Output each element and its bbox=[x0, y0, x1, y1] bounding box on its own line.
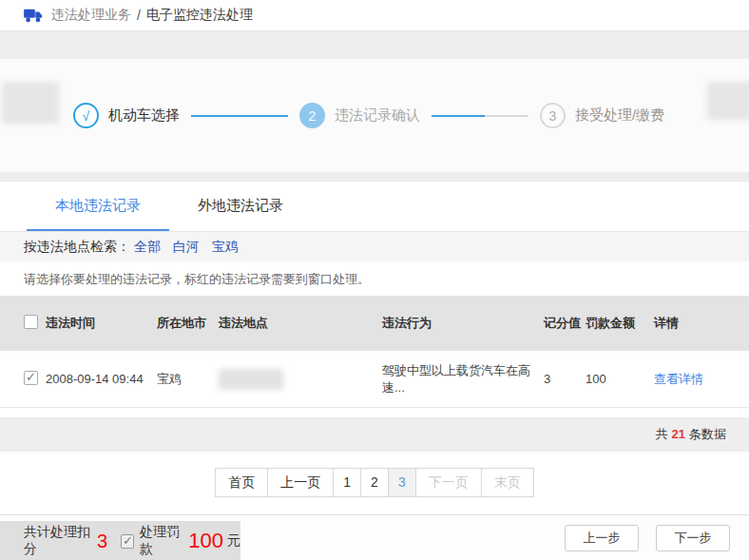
step-accept-payment: 3 接受处理/缴费 bbox=[540, 103, 676, 128]
header-detail: 详情 bbox=[654, 315, 749, 332]
pagination-page-1[interactable]: 1 bbox=[333, 468, 361, 497]
fine-unit: 元 bbox=[227, 532, 240, 550]
tab-nonlocal-records[interactable]: 外地违法记录 bbox=[169, 182, 312, 231]
header-points: 记分值 bbox=[544, 314, 586, 333]
spacer bbox=[0, 408, 749, 417]
view-detail-link[interactable]: 查看详情 bbox=[654, 372, 703, 386]
cell-fine: 100 bbox=[586, 372, 654, 386]
location-filter-row: 按违法地点检索： 全部 白河 宝鸡 bbox=[0, 232, 749, 261]
fine-label: 处理罚款 bbox=[140, 524, 188, 558]
fine-value: 100 bbox=[188, 531, 223, 551]
breadcrumb-bar: 违法处理业务 / 电子监控违法处理 bbox=[0, 0, 749, 31]
table-header-row: 违法时间 所在地市 违法地点 违法行为 记分值 罚款金额 详情 bbox=[0, 296, 749, 351]
score-value: 3 bbox=[97, 531, 107, 550]
content-panel: 本地违法记录 外地违法记录 按违法地点检索： 全部 白河 宝鸡 请选择你要处理的… bbox=[0, 181, 749, 514]
total-count-row: 共21条数据 bbox=[0, 417, 749, 452]
select-all-checkbox[interactable] bbox=[24, 315, 38, 329]
filter-link-baihe[interactable]: 白河 bbox=[173, 239, 200, 254]
header-violation-time: 违法时间 bbox=[46, 315, 157, 332]
total-count: 21 bbox=[672, 427, 685, 441]
process-summary-box: 共计处理扣分 3 处理罚款 100 元 bbox=[0, 521, 240, 560]
step-violation-confirm: 2 违法记录确认 bbox=[299, 103, 432, 128]
notice-text: 请选择你要处理的违法记录，标红的违法记录需要到窗口处理。 bbox=[0, 261, 749, 296]
cell-violation-time: 2008-09-14 09:44 bbox=[46, 372, 157, 386]
step-label: 接受处理/缴费 bbox=[575, 106, 664, 125]
row-checkbox[interactable] bbox=[24, 371, 38, 385]
wizard-actions: 上一步 下一步 bbox=[565, 525, 730, 551]
previous-step-button[interactable]: 上一步 bbox=[565, 525, 639, 551]
bottom-action-bar: 共计处理扣分 3 处理罚款 100 元 上一步 下一步 bbox=[0, 514, 749, 560]
step-connector bbox=[191, 115, 288, 117]
fine-checkbox[interactable] bbox=[121, 534, 134, 549]
filter-link-all[interactable]: 全部 bbox=[134, 239, 161, 254]
cell-city: 宝鸡 bbox=[157, 371, 219, 388]
pagination-page-2[interactable]: 2 bbox=[360, 468, 389, 497]
pagination: 首页 上一页 1 2 3 下一页 末页 bbox=[0, 452, 749, 497]
header-city: 所在地市 bbox=[157, 315, 219, 332]
step-check-icon: √ bbox=[73, 103, 99, 128]
header-fine: 罚款金额 bbox=[586, 315, 654, 332]
step-label: 机动车选择 bbox=[108, 106, 180, 125]
breadcrumb-section[interactable]: 违法处理业务 bbox=[51, 7, 131, 24]
tab-local-records[interactable]: 本地违法记录 bbox=[27, 182, 169, 231]
breadcrumb-page: 电子监控违法处理 bbox=[146, 7, 253, 24]
progress-stepper: √ 机动车选择 2 违法记录确认 3 接受处理/缴费 bbox=[0, 59, 749, 172]
step-connector bbox=[432, 115, 528, 117]
filter-label: 按违法地点检索： bbox=[24, 239, 130, 254]
header-behavior: 违法行为 bbox=[382, 315, 544, 332]
pagination-last-button[interactable]: 末页 bbox=[481, 468, 534, 497]
total-prefix: 共 bbox=[656, 427, 668, 441]
step-label: 违法记录确认 bbox=[335, 106, 420, 125]
record-tabs: 本地违法记录 外地违法记录 bbox=[0, 182, 749, 232]
pagination-next-button[interactable]: 下一页 bbox=[415, 468, 482, 497]
filter-link-baoji[interactable]: 宝鸡 bbox=[212, 239, 239, 254]
step-vehicle-selection: √ 机动车选择 bbox=[73, 103, 191, 128]
step-number: 2 bbox=[299, 103, 325, 128]
pagination-page-3-current[interactable]: 3 bbox=[388, 468, 416, 497]
total-suffix: 条数据 bbox=[689, 427, 726, 441]
step-number: 3 bbox=[540, 103, 566, 128]
next-step-button[interactable]: 下一步 bbox=[656, 525, 730, 551]
truck-icon bbox=[23, 7, 44, 24]
cell-location bbox=[219, 369, 382, 390]
cell-behavior: 驾驶中型以上载货汽车在高速... bbox=[382, 362, 544, 396]
score-label: 共计处理扣分 bbox=[24, 524, 97, 558]
pagination-prev-button[interactable]: 上一页 bbox=[267, 468, 334, 497]
redacted-location-blur bbox=[219, 369, 283, 390]
stepper-panel: √ 机动车选择 2 违法记录确认 3 接受处理/缴费 bbox=[0, 59, 749, 172]
breadcrumb-separator: / bbox=[137, 8, 141, 23]
table-row: 2008-09-14 09:44 宝鸡 驾驶中型以上载货汽车在高速... 3 1… bbox=[0, 351, 749, 408]
pagination-first-button[interactable]: 首页 bbox=[215, 468, 268, 497]
header-location: 违法地点 bbox=[219, 315, 382, 332]
cell-points: 3 bbox=[544, 370, 586, 389]
